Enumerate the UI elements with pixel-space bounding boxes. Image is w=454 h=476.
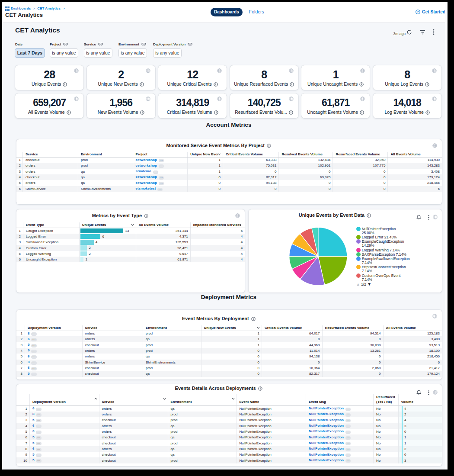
svg-text:?: ? — [417, 10, 419, 13]
